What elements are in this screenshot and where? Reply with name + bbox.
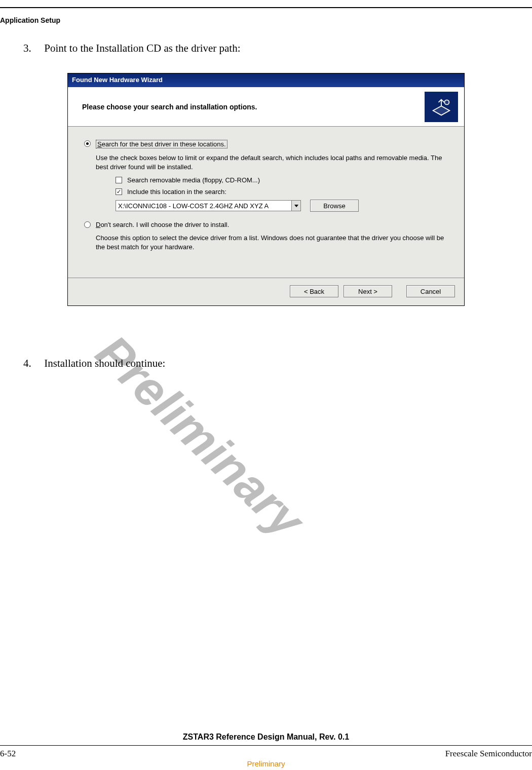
step-4: 4. Installation should continue:	[23, 357, 165, 370]
wizard-window: Found New Hardware Wizard Please choose …	[67, 73, 465, 306]
wizard-header: Please choose your search and installati…	[68, 87, 464, 127]
wizard-heading: Please choose your search and installati…	[82, 103, 257, 111]
option-search: Search for the best driver in these loca…	[84, 140, 448, 212]
step-3: 3. Point to the Installation CD as the d…	[23, 42, 241, 55]
install-icon	[430, 97, 452, 117]
path-row: Browse	[116, 200, 448, 212]
spacer	[397, 285, 401, 297]
section-title: Application Setup	[0, 16, 60, 24]
step-4-number: 4.	[23, 357, 42, 370]
radio-icon	[84, 140, 91, 147]
svg-point-0	[444, 100, 449, 104]
checks-group: Search removable media (floppy, CD-ROM..…	[116, 176, 448, 196]
checkbox-icon	[116, 177, 122, 183]
checkbox-removable-media[interactable]: Search removable media (floppy, CD-ROM..…	[116, 176, 448, 184]
footer-rule	[0, 745, 532, 746]
radio-search-label: Search for the best driver in these loca…	[96, 140, 227, 148]
checkbox-icon: ✓	[116, 188, 122, 195]
step-4-text: Installation should continue:	[44, 357, 165, 369]
checkbox-include-location[interactable]: ✓ Include this location in the search:	[116, 188, 448, 196]
path-combobox[interactable]	[116, 200, 301, 211]
footer-preliminary: Preliminary	[0, 759, 532, 768]
radio-dont-search[interactable]: Don't search. I will choose the driver t…	[84, 221, 448, 228]
footer-doc-title: ZSTAR3 Reference Design Manual, Rev. 0.1	[0, 733, 532, 742]
wizard-title: Found New Hardware Wizard	[72, 76, 163, 84]
footer-page-number: 6-52	[0, 749, 16, 759]
browse-button[interactable]: Browse	[310, 200, 359, 212]
option-dont-search-desc: Choose this option to select the device …	[96, 234, 448, 251]
wizard-banner-icon	[425, 92, 458, 122]
cancel-button[interactable]: Cancel	[406, 285, 455, 297]
option-search-desc: Use the check boxes below to limit or ex…	[96, 153, 448, 171]
radio-icon	[84, 221, 91, 228]
step-3-text: Point to the Installation CD as the driv…	[44, 42, 240, 54]
wizard-footer: < Back Next > Cancel	[68, 278, 464, 305]
checkbox-include-label: Include this location in the search:	[127, 188, 226, 196]
footer-company: Freescale Semiconductor	[445, 749, 532, 759]
wizard-titlebar[interactable]: Found New Hardware Wizard	[68, 73, 464, 87]
radio-dont-search-label: Don't search. I will choose the driver t…	[96, 221, 229, 228]
wizard-body: Search for the best driver in these loca…	[68, 127, 464, 278]
step-3-number: 3.	[23, 42, 42, 55]
option-dont-search: Don't search. I will choose the driver t…	[84, 221, 448, 251]
next-button[interactable]: Next >	[344, 285, 392, 297]
radio-search-locations[interactable]: Search for the best driver in these loca…	[84, 140, 448, 148]
checkbox-media-label: Search removable media (floppy, CD-ROM..…	[127, 176, 260, 184]
top-rule	[0, 7, 532, 8]
chevron-down-icon[interactable]	[291, 201, 300, 211]
back-button[interactable]: < Back	[290, 285, 338, 297]
path-input[interactable]	[116, 201, 291, 211]
